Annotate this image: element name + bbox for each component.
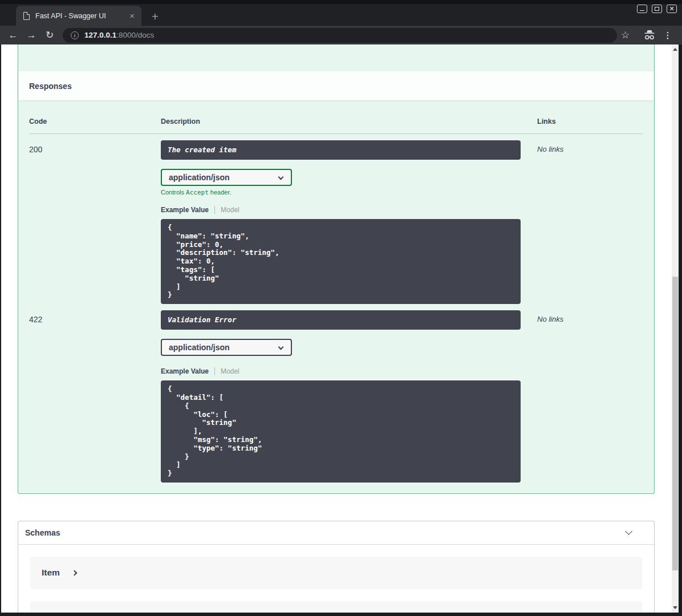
response-links: No links: [537, 310, 643, 483]
tab-divider: [214, 206, 215, 214]
tab-title: Fast API - Swagger UI: [35, 12, 127, 20]
opblock-post-responses: Responses Code Description Links 200 The…: [18, 44, 655, 494]
opblock-spacer: [18, 44, 654, 71]
browser-titlebar: Fast API - Swagger UI × + ✕: [0, 4, 682, 26]
schemas-header[interactable]: Schemas: [18, 521, 654, 545]
media-type-value: application/json: [169, 173, 230, 182]
example-json-200: { "name": "string", "price": 0, "descrip…: [161, 219, 521, 304]
scrollbar-up-arrow-icon[interactable]: [673, 48, 677, 51]
tab-example-value[interactable]: Example Value: [161, 367, 209, 375]
col-header-description: Description: [161, 117, 537, 125]
close-button[interactable]: ✕: [667, 5, 677, 13]
response-row-200: 200 The created item application/json Co…: [29, 134, 643, 304]
responses-title: Responses: [29, 82, 72, 91]
minimize-button[interactable]: [637, 5, 647, 13]
schemas-models: Item ValidationError: [18, 545, 654, 613]
chevron-right-icon: [71, 570, 77, 576]
browser-menu-icon[interactable]: ⋮: [663, 30, 672, 40]
browser-tab[interactable]: Fast API - Swagger UI ×: [16, 6, 141, 26]
maximize-icon: [655, 7, 659, 11]
url-text: 127.0.0.1:8000/docs: [84, 31, 154, 39]
responses-table: Code Description Links 200 The created i…: [18, 100, 654, 483]
minimize-icon: [640, 10, 644, 11]
forward-button[interactable]: →: [22, 30, 40, 41]
model-item[interactable]: Item: [30, 557, 642, 589]
incognito-icon: [643, 30, 656, 43]
maximize-button[interactable]: [652, 5, 662, 13]
reload-button[interactable]: ↻: [40, 29, 59, 41]
response-description: The created item: [161, 140, 521, 160]
site-info-icon[interactable]: i: [71, 31, 79, 39]
responses-section-header: Responses: [18, 71, 654, 100]
media-type-select[interactable]: application/json: [161, 339, 292, 356]
schemas-section: Schemas Item ValidationError: [18, 521, 655, 613]
example-model-tabs: Example Value Model: [161, 367, 537, 375]
chevron-down-icon: [278, 175, 284, 180]
swagger-content: Responses Code Description Links 200 The…: [1, 44, 672, 613]
window-top-edge: [0, 0, 682, 4]
url-path: :8000/docs: [116, 31, 154, 39]
close-icon: ✕: [669, 6, 674, 12]
col-header-links: Links: [537, 117, 643, 125]
page-scrollbar[interactable]: [672, 44, 679, 613]
responses-table-head: Code Description Links: [29, 100, 643, 134]
example-json-422: { "detail": [ { "loc": [ "string" ], "ms…: [161, 380, 521, 483]
response-row-422: 422 Validation Error application/json Ex…: [29, 304, 643, 483]
browser-toolbar: ← → ↻ i 127.0.0.1:8000/docs ☆ ⋮: [0, 26, 682, 44]
tab-divider: [214, 367, 215, 375]
tab-model[interactable]: Model: [221, 206, 239, 214]
scrollbar-thumb[interactable]: [672, 277, 678, 570]
response-description-cell: The created item application/json Contro…: [161, 140, 537, 304]
new-tab-button[interactable]: +: [148, 10, 162, 23]
address-bar[interactable]: i 127.0.0.1:8000/docs: [63, 28, 617, 43]
accept-header-note: Controls Accept header.: [161, 189, 537, 196]
tab-model[interactable]: Model: [221, 367, 239, 375]
window-controls: ✕: [637, 5, 677, 13]
media-type-value: application/json: [169, 343, 230, 352]
tab-example-value[interactable]: Example Value: [161, 206, 209, 214]
chevron-down-icon: [278, 345, 284, 350]
example-model-tabs: Example Value Model: [161, 205, 537, 214]
bookmark-star-icon[interactable]: ☆: [621, 29, 630, 41]
response-links: No links: [537, 140, 643, 304]
page-favicon-icon: [23, 12, 30, 20]
col-header-code: Code: [29, 117, 161, 125]
response-description-cell: Validation Error application/json Exampl…: [161, 310, 537, 483]
back-button[interactable]: ←: [4, 30, 22, 41]
url-host: 127.0.0.1: [84, 31, 116, 39]
model-name: ValidationError: [42, 612, 105, 613]
media-type-select[interactable]: application/json: [161, 169, 292, 186]
model-name: Item: [42, 568, 60, 578]
model-validationerror[interactable]: ValidationError: [30, 601, 642, 613]
response-code: 200: [29, 140, 161, 304]
response-code: 422: [29, 310, 161, 483]
page-viewport: Responses Code Description Links 200 The…: [1, 44, 679, 613]
schemas-title: Schemas: [25, 528, 60, 537]
tab-close-icon[interactable]: ×: [127, 10, 137, 21]
response-description: Validation Error: [161, 310, 521, 330]
chevron-down-icon[interactable]: [625, 528, 632, 536]
scrollbar-down-arrow-icon[interactable]: [673, 606, 677, 609]
